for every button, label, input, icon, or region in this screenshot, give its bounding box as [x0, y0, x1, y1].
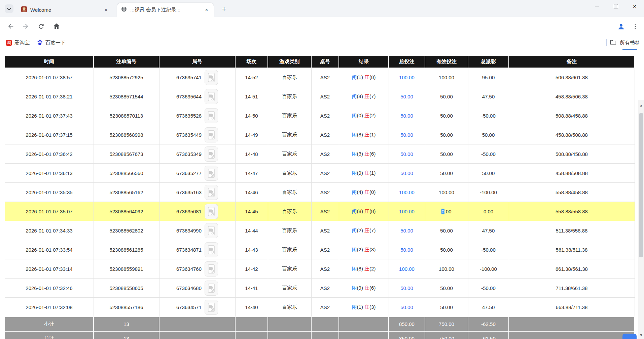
table-row[interactable]: 2026-01-01 07:38:57523088572925673635741…: [5, 68, 635, 87]
total-bet-link[interactable]: 50.00: [400, 170, 413, 176]
scrollbar-thumb[interactable]: [639, 113, 643, 257]
video-replay-button[interactable]: [205, 108, 218, 123]
footer-cell: [159, 331, 235, 339]
video-replay-button[interactable]: [205, 300, 218, 315]
video-replay-button[interactable]: [205, 166, 218, 181]
tab-search-button[interactable]: [5, 4, 13, 13]
cell-bet-id: 523088572925: [94, 68, 159, 87]
bookmark-aitaobao[interactable]: 淘 爱淘宝: [4, 38, 32, 47]
back-arrow-icon: [7, 23, 14, 30]
video-replay-button[interactable]: [205, 146, 218, 162]
scroll-up-icon[interactable]: ▲: [638, 102, 644, 109]
cell-bet-id: 523088557186: [94, 298, 159, 317]
home-button[interactable]: [52, 22, 61, 30]
table-row[interactable]: 2026-01-01 07:38:21523088571544673635644…: [5, 87, 635, 106]
table-row[interactable]: 2026-01-01 07:36:42523088567673673635349…: [5, 144, 635, 164]
all-bookmarks-button[interactable]: 所有书签: [620, 40, 640, 46]
video-replay-button[interactable]: [205, 89, 218, 104]
cell-game-type: 百家乐: [268, 279, 311, 298]
video-replay-button[interactable]: [205, 204, 218, 219]
cell-time: 2026-01-01 07:36:42: [5, 144, 94, 164]
round-number: 673634760: [176, 266, 202, 272]
cell-game-type: 百家乐: [268, 183, 311, 202]
profile-avatar[interactable]: [617, 23, 625, 31]
round-wrap: 673634680: [160, 281, 235, 296]
new-tab-button[interactable]: +: [219, 4, 229, 14]
total-bet-link[interactable]: 50.00: [400, 94, 413, 99]
zhuang-value: (2): [369, 266, 375, 271]
bookmark-baidu[interactable]: 百度一下: [35, 38, 68, 47]
video-replay-button[interactable]: [205, 70, 218, 85]
cell-time: 2026-01-01 07:36:13: [5, 164, 94, 183]
three-dots-icon: [632, 24, 638, 30]
cell-bet-id: 523088558605: [94, 279, 159, 298]
column-header: 时间: [5, 56, 94, 68]
cell-valid-bet: 100.00: [425, 68, 468, 87]
video-file-icon: [207, 226, 215, 236]
cell-remark: 458.88/508.88: [509, 164, 635, 183]
total-bet-link[interactable]: 50.00: [400, 285, 413, 291]
round-wrap: 673635081: [160, 204, 235, 219]
cell-total-bet: 100.00: [389, 68, 425, 87]
close-icon[interactable]: ×: [204, 7, 210, 13]
table-row[interactable]: 2026-01-01 07:37:15523088568998673635449…: [5, 125, 635, 144]
cell-valid-bet: 50.00: [425, 125, 468, 144]
table-row[interactable]: 2026-01-01 07:33:54523088561285673634871…: [5, 240, 635, 259]
total-bet-link[interactable]: 50.00: [400, 304, 413, 310]
cell-payout: -50.00: [468, 240, 509, 259]
total-bet-link[interactable]: 50.00: [400, 247, 413, 253]
cell-round: 673635644: [159, 87, 235, 106]
table-row[interactable]: 2026-01-01 07:32:46523088558605673634680…: [5, 279, 635, 298]
round-number: 673634571: [176, 304, 202, 310]
xian-label: 闲: [352, 189, 357, 195]
video-replay-button[interactable]: [205, 223, 218, 238]
total-bet-link[interactable]: 50.00: [400, 151, 413, 157]
tab-welcome[interactable]: Welcome ×: [17, 3, 113, 17]
video-replay-button[interactable]: [205, 127, 218, 142]
reload-button[interactable]: [37, 22, 45, 30]
back-button[interactable]: [7, 22, 15, 30]
page-scrollbar[interactable]: ▲ ▼: [638, 100, 644, 339]
total-bet-link[interactable]: 100.00: [399, 75, 415, 80]
close-window-button[interactable]: ×: [625, 0, 644, 12]
cell-session: 14-49: [235, 125, 268, 144]
total-bet-link[interactable]: 50.00: [400, 113, 413, 119]
video-replay-button[interactable]: [205, 281, 218, 296]
video-replay-button[interactable]: [205, 242, 218, 257]
cell-time: 2026-01-01 07:35:35: [5, 183, 94, 202]
total-bet-link[interactable]: 100.00: [399, 189, 415, 195]
total-bet-link[interactable]: 50.00: [400, 228, 413, 234]
total-bet-link[interactable]: 100.00: [399, 209, 415, 214]
cell-result: 闲(2) 庄(7): [339, 221, 389, 240]
video-file-icon: [207, 73, 215, 82]
cell-time: 2026-01-01 07:35:07: [5, 202, 94, 221]
cell-payout: -50.00: [468, 279, 509, 298]
video-replay-button[interactable]: [205, 261, 218, 277]
close-icon[interactable]: ×: [103, 7, 109, 13]
table-row[interactable]: 2026-01-01 07:37:43523088570113673635528…: [5, 106, 635, 125]
table-row[interactable]: 2026-01-01 07:36:13523088566560673635277…: [5, 164, 635, 183]
floating-action-button[interactable]: [622, 334, 637, 339]
table-row[interactable]: 2026-01-01 07:32:08523088557186673634571…: [5, 298, 635, 317]
table-row[interactable]: 2026-01-01 07:34:33523088562802673634990…: [5, 221, 635, 240]
forward-button[interactable]: [22, 22, 30, 30]
scroll-down-icon[interactable]: ▼: [638, 332, 644, 338]
table-row[interactable]: 2026-01-01 07:35:07523088564092673635081…: [5, 202, 635, 221]
cell-total-bet: 50.00: [389, 87, 425, 106]
bookmarks-bar: 淘 爱淘宝 百度一下 所有书签: [0, 35, 644, 50]
table-row[interactable]: 2026-01-01 07:35:35523088565162673635163…: [5, 183, 635, 202]
cell-payout: -50.00: [468, 106, 509, 125]
xian-value: (4): [357, 189, 365, 195]
minimize-button[interactable]: [587, 0, 606, 12]
cell-valid-bet: 100.00: [425, 259, 468, 279]
footer-cell: 850.00: [389, 317, 425, 331]
browser-menu-button[interactable]: [631, 23, 639, 31]
cell-time: 2026-01-01 07:37:43: [5, 106, 94, 125]
video-replay-button[interactable]: [205, 185, 218, 200]
total-bet-link[interactable]: 50.00: [400, 132, 413, 138]
tab-betrecord[interactable]: :::视讯 会员下注纪录::: ×: [117, 3, 214, 17]
table-row[interactable]: 2026-01-01 07:33:14523088559891673634760…: [5, 259, 635, 279]
column-header: 有效投注: [425, 56, 468, 68]
maximize-button[interactable]: [606, 0, 625, 12]
total-bet-link[interactable]: 100.00: [399, 266, 415, 272]
